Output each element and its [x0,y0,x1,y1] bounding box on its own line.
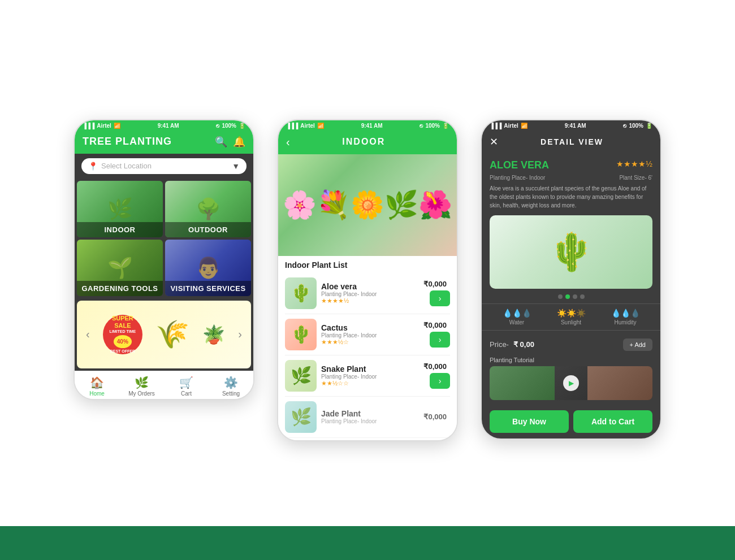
dot-1[interactable] [558,294,563,299]
bt-icon-2: ⎋ [420,123,423,129]
dot-3[interactable] [573,294,577,299]
go-btn-snake[interactable]: › [430,373,450,389]
plant-info-jade: Jade Plant Planting Place- Indoor [321,409,419,424]
category-indoor-label: INDOOR [77,222,163,237]
buy-now-button[interactable]: Buy Now [490,410,569,433]
nav-setting[interactable]: ⚙️ Setting [214,376,248,397]
status-right-1: ⎋ 100% 🔋 [216,123,245,129]
dot-2[interactable] [565,294,570,299]
limited-text: LIMITED TIME [109,329,136,334]
back-button[interactable]: ‹ [286,136,290,149]
promo-prev-arrow[interactable]: ‹ [86,328,90,341]
plant-name-snake: Snake Plant [321,364,419,374]
tutorial-thumbnail[interactable]: ▶ [490,366,652,400]
bell-icon[interactable]: 🔔 [233,136,245,148]
go-btn-cactus[interactable]: › [430,332,450,348]
plant-right-aloe: ₹0,000 › [423,280,450,306]
nav-orders[interactable]: 🌿 My Orders [125,376,159,397]
carrier-2: Airtel [300,123,315,129]
aloe-emoji: 🌵 [548,231,594,274]
plant-name-cactus: Cactus [321,323,419,332]
signal-icon-1: ▐▐▐ [83,123,94,129]
screen1-header: TREE PLANTING 🔍 🔔 [75,131,253,154]
sale-text: SUPER SALE [103,315,142,329]
detail-body: ALOE VERA ★★★★½ Planting Place- Indoor P… [482,154,660,439]
plant-place-snake: Planting Place- Indoor [321,374,419,380]
go-btn-aloe[interactable]: › [430,290,450,306]
plant-list-section: Indoor Plant List 🌵 Aloe vera Planting P… [278,256,457,440]
plant-thumb-aloe: 🌵 [285,277,317,309]
categories-grid: INDOOR OUTDOOR GARDENING TOOLS VISITING … [75,179,253,298]
plant-detail-name: ALOE VERA [490,159,549,171]
plant-price-cactus: ₹0,000 [423,321,447,329]
location-placeholder: Select Location [101,162,228,170]
dot-4[interactable] [580,294,585,299]
plant-right-snake: ₹0,000 › [423,362,450,389]
category-indoor[interactable]: INDOOR [77,181,163,237]
screen1-title: TREE PLANTING [83,136,172,147]
plant-info-cactus: Cactus Planting Place- Indoor ★★★½☆ [321,323,419,346]
phone-screen2: ▐▐▐ Airtel 📶 9:41 AM ⎋ 100% 🔋 ‹ INDOOR [277,119,458,441]
category-gardening[interactable]: GARDENING TOOLS [77,240,163,296]
nav-cart[interactable]: 🛒 Cart [170,376,204,397]
water-icons: 💧💧💧 [503,309,531,318]
action-buttons: Buy Now Add to Cart [482,405,660,439]
location-pin-icon: 📍 [88,162,98,171]
wifi-icon-2: 📶 [317,123,324,129]
status-left-1: ▐▐▐ Airtel 📶 [83,123,120,129]
status-right-3: ⎋ 100% 🔋 [623,123,652,129]
plant-detail-stars: ★★★★½ [616,159,652,168]
plant-place-cactus: Planting Place- Indoor [321,332,419,338]
plant-stars-aloe: ★★★★½ [321,297,419,305]
nav-orders-label: My Orders [128,390,155,397]
plant-card-snake: 🌿 Snake Plant Planting Place- Indoor ★★½… [285,355,450,397]
nav-home-label: Home [89,390,105,397]
plant-name-jade: Jade Plant [321,409,419,418]
add-to-cart-button[interactable]: Add to Cart [573,410,652,433]
size-label: Plant Size- [619,175,646,181]
status-right-2: ⎋ 100% 🔋 [420,123,449,129]
play-button[interactable]: ▶ [563,375,579,391]
screen2-header: ‹ INDOOR [278,131,457,154]
tutorial-section: Planting Tutorial ▶ [482,354,660,405]
wifi-icon-3: 📶 [521,123,528,129]
time-3: 9:41 AM [565,123,586,129]
close-button[interactable]: ✕ [490,136,498,148]
category-visiting[interactable]: VISITING SERVICES [165,240,251,296]
list-title: Indoor Plant List [285,261,450,270]
nav-home[interactable]: 🏠 Home [80,376,114,397]
hero-flowers: 🌸💐🌼🌿🌺 [283,189,452,221]
nav-setting-label: Setting [222,390,240,397]
promo-banner: ‹ SUPER SALE LIMITED TIME 40% BEST OFFER… [75,298,253,371]
plant-price-aloe: ₹0,000 [423,280,447,288]
setting-icon: ⚙️ [224,376,238,389]
location-input[interactable]: 📍 Select Location ▼ [81,158,247,174]
plant-info-snake: Snake Plant Planting Place- Indoor ★★½☆☆ [321,364,419,387]
bottom-decorative-bar [0,526,735,560]
category-visiting-label: VISITING SERVICES [165,281,251,296]
bt-icon-3: ⎋ [623,123,626,129]
size-value: 6' [648,175,652,181]
add-small-button[interactable]: + Add [623,338,652,351]
category-outdoor[interactable]: OUTDOOR [165,181,251,237]
promo-next-arrow[interactable]: › [238,328,242,341]
category-gardening-label: GARDENING TOOLS [77,281,163,296]
nav-cart-label: Cart [181,390,192,397]
plant-price-jade: ₹0,000 [423,413,447,421]
plant-place-aloe: Planting Place- Indoor [321,291,419,297]
plant-description: Aloe vera is a succulent plant species o… [482,184,660,215]
search-icon[interactable]: 🔍 [215,136,227,148]
carrier-3: Airtel [504,123,518,129]
promo-left: SUPER SALE LIMITED TIME 40% BEST OFFER [103,315,142,354]
tutorial-bg-left [490,366,555,400]
chevron-down-icon: ▼ [232,162,240,171]
price-value: ₹ 0,00 [513,340,619,349]
cart-icon: 🛒 [179,376,193,389]
humidity-icons: 💧💧💧 [611,309,640,318]
plant-card-jade: 🌿 Jade Plant Planting Place- Indoor ₹0,0… [285,397,450,438]
sunlight-icons: ☀️☀️☀️ [557,309,586,318]
screens-row: ▐▐▐ Airtel 📶 9:41 AM ⎋ 100% 🔋 TREE PLANT… [62,108,673,453]
water-label: Water [509,319,524,325]
place-value: Indoor [529,175,545,181]
plant-right-jade: ₹0,000 [423,413,450,421]
